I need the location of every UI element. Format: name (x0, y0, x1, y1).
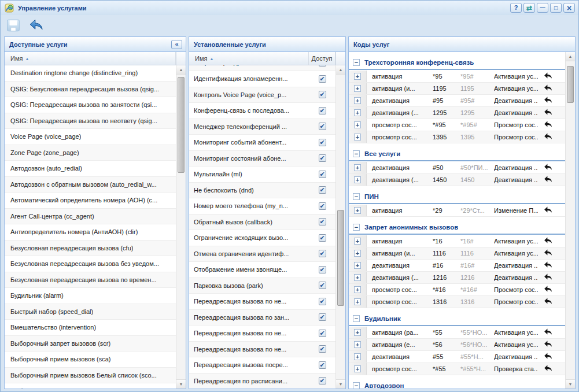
service-code-row[interactable]: +активация (и...11161116Активация ус... (349, 247, 565, 260)
access-checkbox[interactable]: ✔ (319, 234, 326, 242)
access-checkbox[interactable]: ✔ (319, 154, 326, 162)
collapse-group-icon[interactable]: − (353, 59, 360, 66)
revert-button[interactable] (538, 352, 559, 362)
access-checkbox[interactable]: ✔ (319, 330, 326, 337)
revert-button[interactable] (538, 175, 559, 185)
access-checkbox[interactable]: ✔ (319, 139, 326, 146)
expand-icon[interactable]: + (354, 73, 361, 80)
access-checkbox[interactable]: ✔ (319, 282, 326, 289)
list-item[interactable]: Быстрый набор (speed_dial) (5, 304, 176, 320)
service-code-row[interactable]: +деактивация#95#95#Деактивация ... (349, 95, 565, 107)
list-item[interactable]: Обратный вызов (callback)✔ (189, 215, 335, 231)
access-checkbox[interactable]: ✔ (319, 65, 326, 66)
access-checkbox[interactable]: ✔ (319, 218, 326, 225)
service-code-row[interactable]: +деактивация (...14501450Деактивация ... (349, 174, 565, 186)
revert-button[interactable] (538, 339, 559, 350)
service-code-row[interactable]: +деактивация#50#50*ПИ...Деактивация ... (349, 162, 565, 174)
list-item[interactable]: Номер моего телефона (my_n...✔ (189, 198, 335, 215)
scroll-up-button[interactable]: ▲ (336, 65, 345, 75)
access-checkbox[interactable]: ✔ (319, 250, 326, 257)
scroll-down-button[interactable]: ▼ (176, 379, 186, 389)
expand-icon[interactable]: + (354, 365, 361, 372)
list-item[interactable]: Переадресация по расписани...✔ (189, 373, 335, 389)
list-item[interactable]: Не беспокоить (dnd)✔ (189, 183, 335, 199)
collapse-panel-button[interactable]: « (171, 40, 182, 49)
access-checkbox[interactable]: ✔ (319, 313, 326, 321)
expand-icon[interactable]: + (354, 207, 361, 214)
service-code-row[interactable]: +просмотр сос...*#55*#55*Н...Проверка ст… (349, 363, 565, 375)
group-header[interactable]: −Будильник (349, 312, 565, 326)
service-code-row[interactable]: +просмотр сос...13951395Просмотр сос... (349, 131, 565, 143)
group-header[interactable]: −Запрет анонимных вызовов (349, 221, 565, 235)
revert-button[interactable] (538, 248, 559, 258)
list-item[interactable]: Выборочный запрет вызовов (scr) (5, 336, 176, 352)
expand-icon[interactable]: + (354, 250, 361, 257)
collapse-group-icon[interactable]: − (353, 193, 360, 200)
revert-button[interactable] (538, 284, 559, 295)
undo-button[interactable] (28, 17, 45, 34)
list-item[interactable]: QSIG: Переадресация вызова по занятости … (5, 97, 176, 113)
list-item[interactable]: Мультилайн (ml)✔ (189, 167, 335, 183)
expand-icon[interactable]: + (354, 85, 361, 92)
list-item[interactable]: Переадресация вызова посре...✔ (189, 357, 335, 373)
service-code-row[interactable]: +активация (е...*56*56*НО...Активация ус… (349, 339, 565, 351)
access-checkbox[interactable]: ✔ (319, 107, 326, 114)
save-button[interactable] (5, 17, 21, 34)
group-header[interactable]: −ПИН (349, 190, 565, 204)
access-checkbox[interactable]: ✔ (319, 202, 326, 210)
column-header-access[interactable]: Доступ (309, 52, 335, 65)
revert-button[interactable] (538, 95, 559, 106)
service-code-row[interactable]: +активация*95*95#Активация ус... (349, 71, 565, 83)
service-code-row[interactable]: +деактивация (...12951295Деактивация ... (349, 107, 565, 119)
service-code-row[interactable]: +просмотр сос...13161316Просмотр сос... (349, 296, 565, 308)
group-header[interactable]: −Трехсторонняя конференц-связь (349, 56, 565, 70)
scroll-thumb[interactable] (337, 210, 344, 306)
scroll-up-button[interactable]: ▲ (176, 65, 186, 75)
column-header-name[interactable]: Имя ▲ (5, 52, 176, 65)
access-checkbox[interactable]: ✔ (319, 171, 326, 178)
list-item[interactable]: Менеджер телеконференций ...✔ (189, 119, 335, 135)
list-item[interactable]: Выборочный прием вызовов (sca) (5, 352, 176, 368)
expand-icon[interactable]: + (354, 286, 361, 293)
collapse-group-icon[interactable]: − (353, 382, 360, 389)
list-item[interactable]: Безусловная переадресация вызова (cfu) (5, 241, 176, 257)
scrollbar[interactable]: ▲ ▼ (176, 65, 186, 389)
service-code-row[interactable]: +деактивация (...12161216Деактивация ... (349, 272, 565, 284)
expand-icon[interactable]: + (354, 262, 361, 269)
revert-button[interactable] (538, 272, 559, 283)
scroll-thumb[interactable] (567, 66, 574, 103)
list-item[interactable]: Отмена ограничения идентиф...✔ (189, 246, 335, 262)
revert-button[interactable] (538, 108, 559, 118)
list-item[interactable]: Безусловная переадресация вызова без уве… (5, 256, 176, 272)
list-item[interactable]: Переадресация вызова по зан...✔ (189, 310, 335, 326)
access-checkbox[interactable]: ✔ (319, 186, 326, 194)
access-checkbox[interactable]: ✔ (319, 377, 326, 384)
list-item[interactable]: Автодозвон с обратным вызовом (auto_redi… (5, 177, 176, 193)
expand-icon[interactable]: + (354, 176, 361, 183)
revert-button[interactable] (538, 120, 559, 130)
close-button[interactable]: × (563, 3, 575, 13)
list-item[interactable]: Автодозвон (auto_redial) (5, 161, 176, 177)
revert-button[interactable] (538, 205, 559, 216)
list-item[interactable]: Антиопределитель номера (АнтиАОН) (clir) (5, 224, 176, 241)
expand-icon[interactable]: + (354, 97, 361, 104)
list-item[interactable]: Мониторинг состояний абоне...✔ (189, 151, 335, 167)
service-code-row[interactable]: +активация*29*29*Ст...Изменение П... (349, 205, 565, 217)
revert-button[interactable] (538, 236, 559, 246)
list-item[interactable]: Безусловная переадресация вызова по врем… (5, 272, 176, 289)
list-item[interactable]: Запрет переадресованных вы...✔ (189, 65, 335, 71)
scrollbar[interactable]: ▲ ▼ (335, 65, 345, 389)
list-item[interactable]: Ограничение исходящих вызо...✔ (189, 230, 335, 246)
list-item[interactable]: Мониторинг событий абонент...✔ (189, 135, 335, 151)
list-item[interactable]: Выборочный прием вызовов Белый список (s… (5, 368, 176, 384)
list-item[interactable]: Выборочный прием вызовов Черный список (… (5, 383, 176, 389)
revert-button[interactable] (538, 132, 559, 142)
access-checkbox[interactable]: ✔ (319, 266, 326, 273)
expand-icon[interactable]: + (354, 298, 361, 305)
list-item[interactable]: Destination ringtone change (distinctive… (5, 65, 176, 82)
expand-icon[interactable]: + (354, 121, 361, 128)
refresh-button[interactable]: ⇄ (523, 3, 535, 13)
list-item[interactable]: Zone Page (zone_page) (5, 145, 176, 161)
scroll-up-button[interactable]: ▲ (566, 52, 575, 61)
list-item[interactable]: Voice Page (voice_page) (5, 129, 176, 145)
